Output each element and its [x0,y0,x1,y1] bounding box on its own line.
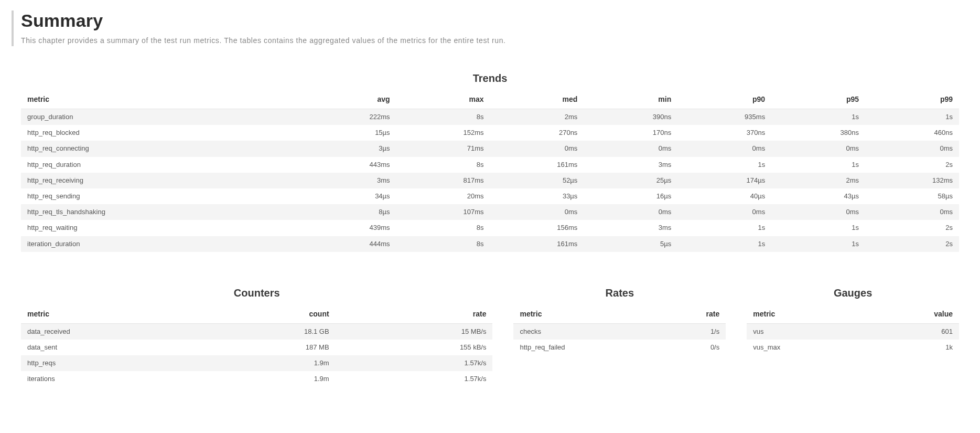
cell-max: 8s [396,109,490,125]
cell-min: 25µs [584,173,677,188]
table-row: http_reqs1.9m1.57k/s [21,355,492,371]
table-row: checks1/s [513,323,726,340]
cell-rate: 1/s [620,323,726,340]
cell-metric: http_req_duration [21,157,303,173]
cell-metric: http_req_receiving [21,173,303,188]
cell-rate: 15 MB/s [336,323,493,340]
table-row: data_received18.1 GB15 MB/s [21,323,492,340]
bottom-grid: Counters metric count rate data_received… [21,281,959,387]
cell-min: 170ns [584,125,677,141]
cell-p95: 2ms [771,173,865,188]
cell-p99: 132ms [865,173,959,188]
col-med: med [490,91,584,109]
cell-count: 1.9m [178,355,336,371]
cell-min: 390ns [584,109,677,125]
cell-min: 3ms [584,220,677,236]
cell-min: 3ms [584,157,677,173]
table-row: http_req_duration443ms8s161ms3ms1s1s2s [21,157,959,173]
col-metric: metric [513,305,619,324]
cell-metric: iterations [21,371,178,387]
cell-value: 601 [853,323,959,340]
cell-p90: 1s [677,157,771,173]
cell-p95: 1s [771,157,865,173]
cell-metric: data_sent [21,340,178,355]
table-row: http_req_tls_handshaking8µs107ms0ms0ms0m… [21,204,959,220]
trends-section: Trends metric avg max med min p90 p95 p9… [21,72,959,252]
trends-table: metric avg max med min p90 p95 p99 group… [21,91,959,252]
table-row: iteration_duration444ms8s161ms5µs1s1s2s [21,236,959,252]
cell-max: 71ms [396,141,490,156]
gauges-table: metric value vus601vus_max1k [747,305,959,355]
cell-avg: 439ms [303,220,396,236]
cell-avg: 222ms [303,109,396,125]
col-value: value [853,305,959,324]
cell-avg: 8µs [303,204,396,220]
cell-avg: 443ms [303,157,396,173]
table-row: vus_max1k [747,340,959,355]
table-row: vus601 [747,323,959,340]
cell-p90: 370ns [677,125,771,141]
cell-p90: 40µs [677,188,771,204]
cell-p90: 1s [677,220,771,236]
counters-header-row: metric count rate [21,305,492,324]
cell-p99: 0ms [865,141,959,156]
col-count: count [178,305,336,324]
cell-p99: 2s [865,157,959,173]
col-p99: p99 [865,91,959,109]
gauges-section: Gauges metric value vus601vus_max1k [747,281,959,355]
gauges-heading: Gauges [747,287,959,299]
cell-count: 18.1 GB [178,323,336,340]
cell-metric: http_reqs [21,355,178,371]
cell-min: 5µs [584,236,677,252]
cell-p99: 1s [865,109,959,125]
cell-p99: 460ns [865,125,959,141]
cell-avg: 444ms [303,236,396,252]
table-row: http_req_failed0/s [513,340,726,355]
cell-rate: 1.57k/s [336,371,493,387]
counters-section: Counters metric count rate data_received… [21,281,492,387]
cell-p95: 43µs [771,188,865,204]
cell-max: 817ms [396,173,490,188]
cell-avg: 3µs [303,141,396,156]
cell-min: 16µs [584,188,677,204]
trends-heading: Trends [21,72,959,85]
cell-value: 1k [853,340,959,355]
table-row: http_req_sending34µs20ms33µs16µs40µs43µs… [21,188,959,204]
cell-max: 20ms [396,188,490,204]
cell-max: 8s [396,236,490,252]
cell-max: 8s [396,157,490,173]
counters-table: metric count rate data_received18.1 GB15… [21,305,492,387]
gauges-header-row: metric value [747,305,959,324]
cell-metric: http_req_waiting [21,220,303,236]
cell-med: 270ns [490,125,584,141]
cell-max: 107ms [396,204,490,220]
cell-min: 0ms [584,141,677,156]
rates-section: Rates metric rate checks1/shttp_req_fail… [513,281,726,355]
cell-avg: 3ms [303,173,396,188]
col-min: min [584,91,677,109]
rates-heading: Rates [513,287,726,299]
cell-med: 161ms [490,157,584,173]
cell-min: 0ms [584,204,677,220]
cell-metric: http_req_sending [21,188,303,204]
cell-p99: 2s [865,236,959,252]
cell-med: 0ms [490,204,584,220]
cell-p90: 174µs [677,173,771,188]
table-row: http_req_blocked15µs152ms270ns170ns370ns… [21,125,959,141]
cell-p90: 935ms [677,109,771,125]
cell-med: 52µs [490,173,584,188]
cell-metric: group_duration [21,109,303,125]
cell-p99: 0ms [865,204,959,220]
cell-p90: 0ms [677,204,771,220]
cell-med: 161ms [490,236,584,252]
cell-avg: 34µs [303,188,396,204]
header-block: Summary This chapter provides a summary … [12,10,959,46]
counters-heading: Counters [21,287,492,299]
rates-table: metric rate checks1/shttp_req_failed0/s [513,305,726,355]
rates-header-row: metric rate [513,305,726,324]
table-row: http_req_waiting439ms8s156ms3ms1s1s2s [21,220,959,236]
table-row: group_duration222ms8s2ms390ns935ms1s1s [21,109,959,125]
cell-metric: vus_max [747,340,853,355]
table-row: http_req_connecting3µs71ms0ms0ms0ms0ms0m… [21,141,959,156]
col-metric: metric [747,305,853,324]
